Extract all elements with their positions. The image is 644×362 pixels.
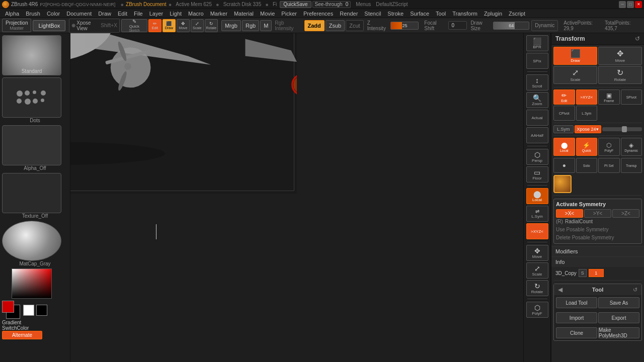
frame-button[interactable]: ▣ Frame	[598, 89, 620, 105]
xyz-sym-button[interactable]: >XYZ<	[526, 223, 548, 239]
minimize-button[interactable]: ─	[619, 1, 626, 8]
edit-cam-button[interactable]: ✏ Edit	[553, 89, 575, 105]
load-tool-button[interactable]: Load Tool	[556, 297, 597, 308]
copy-s-button[interactable]: S	[579, 269, 587, 277]
menu-movie[interactable]: Movie	[257, 10, 278, 18]
l3ym-button[interactable]: L.3ym	[576, 106, 598, 121]
document-label[interactable]: ZBrush Document	[126, 2, 167, 7]
xyz-cam-button[interactable]: >XYZ<	[576, 89, 598, 105]
see-through-area[interactable]: See-through 0	[312, 1, 351, 8]
menu-render[interactable]: Render	[337, 10, 361, 18]
rotate-rt-button[interactable]: ↻ Rotate	[526, 280, 548, 296]
black-swatch[interactable]	[36, 305, 47, 316]
texture-preview[interactable]	[2, 173, 61, 213]
menu-stencil[interactable]: Stencil	[361, 10, 384, 18]
draw-button[interactable]: ⬛ Draw	[163, 19, 176, 32]
info-section-header[interactable]: Info	[551, 256, 644, 267]
cpivot-button[interactable]: CPivot	[553, 106, 575, 121]
use-posable-button[interactable]: Use Posable Symmetry	[556, 227, 608, 232]
matcap-preview[interactable]	[2, 221, 61, 261]
z-intensity-slider[interactable]: 25	[390, 22, 419, 30]
transform-rotate-button[interactable]: ↻ Rotate	[598, 66, 642, 84]
dynamic-mode-button[interactable]: ◈ Dynamic	[621, 138, 642, 156]
draw-size-slider[interactable]: 64	[493, 22, 529, 30]
quick-mode-button[interactable]: ⚡ Quick	[576, 138, 598, 156]
menu-file[interactable]: File	[131, 10, 146, 18]
edit-button[interactable]: ✏ Edit	[148, 19, 162, 32]
color-gradient-picker[interactable]	[12, 268, 52, 299]
sym-y-button[interactable]: >Y<	[584, 209, 611, 218]
menu-zplugin[interactable]: Zplugin	[481, 10, 505, 18]
menu-surface[interactable]: Surface	[407, 10, 432, 18]
lsym-panel-button[interactable]: L.Sym	[553, 125, 574, 133]
solo-button[interactable]: Solo	[576, 158, 598, 173]
transform-scale-button[interactable]: ⤢ Scale	[553, 66, 597, 84]
mrgb-button[interactable]: Mrgb	[221, 20, 241, 31]
menu-picker[interactable]: Picker	[278, 10, 300, 18]
scale-rt-button[interactable]: ⤢ Scale	[526, 262, 548, 279]
dynamic-button[interactable]: Dynamic	[531, 20, 558, 31]
menu-transform[interactable]: Transform	[449, 10, 480, 18]
transform-draw-button[interactable]: ⬛ Draw	[553, 47, 597, 65]
sym-z-button[interactable]: >Z<	[612, 209, 639, 218]
menu-draw[interactable]: Draw	[95, 10, 114, 18]
polyf-button[interactable]: ⬡ PolyF	[526, 302, 548, 318]
menu-tool[interactable]: Tool	[433, 10, 449, 18]
default-zscript-label[interactable]: DefaultZScript	[376, 2, 408, 7]
zoom-button[interactable]: 🔍 Zoom	[526, 92, 548, 108]
zsub-button[interactable]: Zsub	[326, 20, 345, 31]
rgb-button[interactable]: Rgb	[242, 20, 259, 31]
foreground-color-swatch[interactable]	[2, 301, 14, 313]
local-button[interactable]: ⬤ Local	[526, 188, 548, 204]
tool-refresh-icon[interactable]: ↺	[633, 287, 637, 293]
menu-edit[interactable]: Edit	[115, 10, 130, 18]
quick-sketch-button[interactable]: ✎ Quick Sketch	[121, 19, 147, 32]
maximize-button[interactable]: □	[627, 1, 634, 8]
menus-label[interactable]: Menus	[356, 2, 371, 7]
transform-move-button[interactable]: ✥ Move	[598, 47, 642, 65]
quicksave-button[interactable]: QuickSave	[280, 1, 311, 8]
brush-preview[interactable]: Standard	[2, 35, 61, 75]
delete-posable-button[interactable]: Delete Posable Symmetry	[556, 235, 614, 240]
sym-x-button[interactable]: >X<	[556, 209, 583, 218]
aahalf-button[interactable]: AAHalf	[526, 127, 548, 143]
material-swatch[interactable]	[553, 175, 572, 193]
floor-button[interactable]: ▭ Floor	[526, 166, 548, 183]
xpose-slider[interactable]	[602, 127, 642, 131]
canvas-area[interactable]	[70, 33, 523, 362]
tool-collapse-icon[interactable]: ◀	[558, 286, 562, 293]
move-button[interactable]: ✥ Move	[177, 19, 190, 32]
scroll-button[interactable]: ↕ Scroll	[526, 74, 548, 90]
spivot-button[interactable]: SPivot	[621, 89, 642, 105]
menu-document[interactable]: Document	[63, 10, 95, 18]
rotate-button[interactable]: ↻ Rotate	[205, 19, 218, 32]
menu-brush[interactable]: Brush	[23, 10, 43, 18]
lsym-button[interactable]: ⇌ L.Sym	[526, 206, 548, 222]
dots-preview[interactable]	[2, 77, 61, 118]
close-button[interactable]: ✕	[635, 1, 642, 8]
lightbox-button[interactable]: LightBox	[33, 20, 65, 31]
focal-shift-input[interactable]: 0	[448, 21, 467, 30]
zcut-button[interactable]: Zcut	[346, 20, 363, 31]
export-button[interactable]: Export	[598, 312, 639, 323]
scale-button[interactable]: ⤢ Scale	[191, 19, 204, 32]
menu-marker[interactable]: Marker	[207, 10, 230, 18]
menu-color[interactable]: Color	[44, 10, 63, 18]
menu-preferences[interactable]: Preferences	[300, 10, 336, 18]
solo-sphere-button[interactable]: ●	[553, 158, 575, 173]
clone-button[interactable]: Clone	[556, 327, 597, 338]
transp-button[interactable]: Transp	[621, 158, 642, 173]
menu-macro[interactable]: Macro	[185, 10, 207, 18]
polyf-mode-button[interactable]: ⬡ PolyF	[598, 138, 620, 156]
xpose-panel-button[interactable]: Xpose 24▾	[575, 125, 601, 133]
import-button[interactable]: Import	[556, 312, 597, 323]
spix-button[interactable]: SPix	[526, 53, 548, 69]
ptsel-button[interactable]: Pt Sel	[598, 158, 620, 173]
menu-stroke[interactable]: Stroke	[384, 10, 407, 18]
menu-layer[interactable]: Layer	[146, 10, 167, 18]
actual-button[interactable]: Actual	[526, 110, 548, 126]
m-button[interactable]: M	[260, 20, 272, 31]
transform-refresh-icon[interactable]: ↺	[635, 35, 640, 42]
local-mode-button[interactable]: ⬤ Local	[553, 138, 575, 156]
menu-material[interactable]: Material	[231, 10, 257, 18]
